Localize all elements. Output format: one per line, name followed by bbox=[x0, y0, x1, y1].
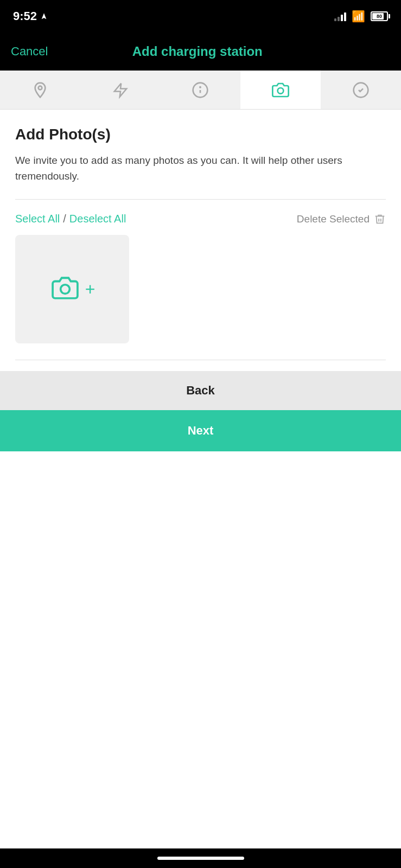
svg-point-4 bbox=[278, 88, 284, 94]
plus-icon: + bbox=[85, 280, 96, 298]
photo-grid: + bbox=[15, 235, 386, 343]
next-button[interactable]: Next bbox=[0, 410, 401, 451]
add-photo-button[interactable]: + bbox=[15, 235, 129, 343]
wifi-icon: 📶 bbox=[352, 10, 365, 23]
tab-info[interactable] bbox=[161, 71, 241, 109]
info-icon bbox=[192, 81, 209, 99]
main-content: Add Photo(s) We invite you to add as man… bbox=[0, 110, 401, 371]
status-icons: 📶 80 bbox=[334, 10, 388, 23]
select-row: Select All / Deselect All Delete Selecte… bbox=[15, 213, 386, 225]
trash-icon bbox=[374, 213, 386, 225]
empty-space bbox=[0, 451, 401, 560]
bottom-divider bbox=[15, 360, 386, 360]
home-bar bbox=[157, 857, 244, 860]
tab-camera[interactable] bbox=[240, 71, 321, 109]
tab-check[interactable] bbox=[321, 71, 401, 109]
lightning-icon bbox=[112, 81, 129, 99]
check-circle-icon bbox=[352, 81, 370, 99]
camera-tab-icon bbox=[271, 81, 290, 99]
svg-point-6 bbox=[60, 285, 69, 294]
back-button[interactable]: Back bbox=[0, 371, 401, 410]
home-bar-area bbox=[0, 848, 401, 868]
tab-bar bbox=[0, 71, 401, 110]
camera-add-icon bbox=[49, 275, 81, 304]
add-photo-inner: + bbox=[49, 275, 96, 304]
cancel-button[interactable]: Cancel bbox=[11, 44, 48, 59]
select-all-button[interactable]: Select All bbox=[15, 213, 60, 225]
svg-point-0 bbox=[39, 86, 42, 90]
select-separator: / bbox=[63, 213, 66, 225]
deselect-all-button[interactable]: Deselect All bbox=[69, 213, 126, 225]
tab-power[interactable] bbox=[80, 71, 161, 109]
page-title: Add charging station bbox=[132, 44, 263, 59]
tab-location[interactable] bbox=[0, 71, 80, 109]
top-divider bbox=[15, 199, 386, 200]
select-links: Select All / Deselect All bbox=[15, 213, 126, 225]
delete-selected-button[interactable]: Delete Selected bbox=[297, 213, 386, 225]
nav-bar: Cancel Add charging station bbox=[0, 33, 401, 71]
location-pin-icon bbox=[31, 81, 49, 99]
signal-bars-icon bbox=[334, 11, 346, 21]
status-time: 9:52 bbox=[13, 9, 48, 23]
section-description: We invite you to add as many photos as y… bbox=[15, 153, 386, 184]
battery-icon: 80 bbox=[371, 11, 388, 21]
status-bar: 9:52 📶 80 bbox=[0, 0, 401, 33]
section-title: Add Photo(s) bbox=[15, 126, 386, 143]
